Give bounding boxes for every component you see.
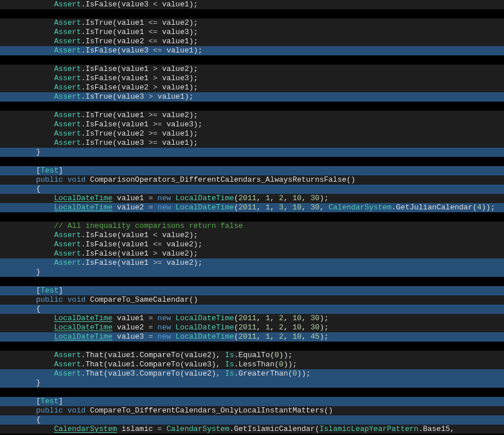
code-line: Assert.IsTrue(value1 >= value2); [0, 111, 504, 120]
code-line: CalendarSystem islamic = CalendarSystem.… [0, 425, 504, 434]
code-line: public void ComparisonOperators_Differen… [0, 175, 504, 185]
code-line: Assert.IsFalse(value1 < value2); [0, 231, 504, 240]
blank-line [0, 212, 504, 222]
code-line-selected: } [0, 148, 504, 157]
code-line: Assert.IsFalse(value1 >= value3); [0, 120, 504, 129]
code-line: public void CompareTo_DifferentCalendars… [0, 406, 504, 415]
code-editor[interactable]: Assert.IsFalse(value3 < value1); Assert.… [0, 0, 504, 434]
code-line-selected: { [0, 185, 504, 194]
blank-line [0, 388, 504, 397]
blank-line [0, 55, 504, 65]
code-line-selected: Assert.IsTrue(value3 > value1); [0, 92, 504, 102]
code-line-selected: { [0, 305, 504, 314]
blank-line [0, 277, 504, 286]
code-line: Assert.IsFalse(value1 > value2); [0, 249, 504, 258]
blank-line [0, 157, 504, 166]
blank-line [0, 9, 504, 18]
code-line: Assert.IsFalse(value1 > value2); [0, 65, 504, 74]
code-line-selected: LocalDateTime value2 = new LocalDateTime… [0, 203, 504, 212]
code-line: Assert.IsFalse(value3 < value1); [0, 0, 504, 9]
code-line: Assert.IsTrue(value1 <= value2); [0, 18, 504, 28]
code-line-selected: [Test] [0, 397, 504, 406]
code-line: Assert.IsTrue(value3 >= value1); [0, 138, 504, 148]
code-line: Assert.IsTrue(value2 <= value1); [0, 37, 504, 46]
code-line: Assert.That(value1.CompareTo(value3), Is… [0, 360, 504, 369]
code-line-selected: Assert.IsFalse(value1 >= value2); [0, 258, 504, 268]
code-line-selected: [Test] [0, 166, 504, 175]
code-line: public void CompareTo_SameCalendar() [0, 295, 504, 305]
code-line: Assert.IsFalse(value1 > value3); [0, 74, 504, 83]
blank-line [0, 102, 504, 111]
code-line-selected: } [0, 378, 504, 388]
code-line: LocalDateTime value1 = new LocalDateTime… [0, 194, 504, 203]
code-line: LocalDateTime value1 = new LocalDateTime… [0, 314, 504, 323]
code-line: Assert.IsFalse(value1 <= value2); [0, 240, 504, 249]
blank-line [0, 342, 504, 351]
code-line: Assert.IsFalse(value2 > value1); [0, 83, 504, 92]
code-line-selected: { [0, 415, 504, 425]
code-line: // All inequality comparisons return fal… [0, 222, 504, 231]
code-line-selected: Assert.That(value3.CompareTo(value2), Is… [0, 369, 504, 378]
code-line-selected: Assert.IsFalse(value3 <= value1); [0, 46, 504, 55]
code-line: Assert.IsTrue(value2 >= value1); [0, 129, 504, 138]
code-line-selected: } [0, 268, 504, 277]
code-line-selected: LocalDateTime value3 = new LocalDateTime… [0, 332, 504, 342]
code-line: Assert.IsTrue(value1 <= value3); [0, 28, 504, 37]
code-line: LocalDateTime value2 = new LocalDateTime… [0, 323, 504, 332]
code-line: Assert.That(value1.CompareTo(value2), Is… [0, 351, 504, 360]
code-line-selected: [Test] [0, 286, 504, 295]
